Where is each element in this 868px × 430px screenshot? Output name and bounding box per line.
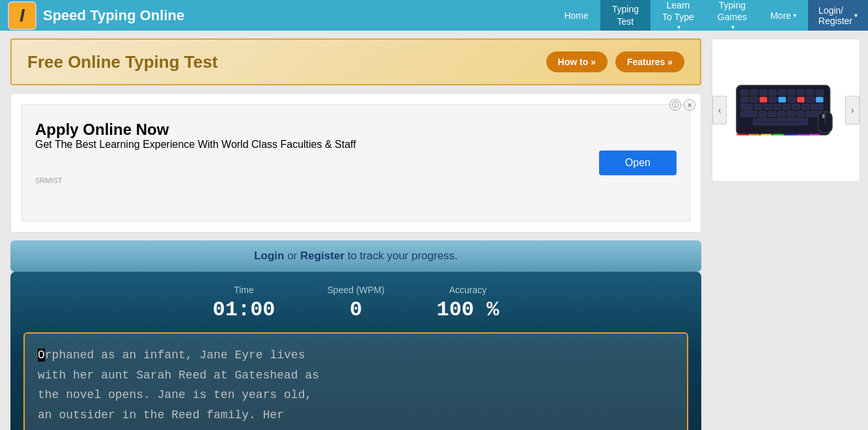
- svg-rect-26: [811, 104, 823, 109]
- svg-rect-29: [768, 111, 776, 117]
- banner-title: Free Online Typing Test: [27, 52, 217, 72]
- svg-rect-3: [759, 90, 767, 95]
- cursor-char: O: [38, 349, 45, 362]
- speed-label: Speed (WPM): [328, 285, 385, 295]
- svg-rect-22: [774, 104, 781, 109]
- typing-panel: Time 01:00 Speed (WPM) 0 Accuracy 100 % …: [10, 272, 701, 430]
- page-body: Free Online Typing Test How to » Feature…: [0, 31, 868, 430]
- banner-buttons: How to » Features »: [546, 51, 684, 72]
- svg-rect-30: [777, 111, 785, 117]
- right-panel: ‹: [712, 31, 868, 430]
- svg-rect-34: [753, 119, 808, 125]
- nav-typing-test[interactable]: TypingTest: [600, 0, 651, 31]
- svg-rect-12: [759, 97, 767, 102]
- ad-controls: ⓘ ✕: [669, 99, 695, 111]
- ad-open-button[interactable]: Open: [599, 150, 677, 175]
- register-link[interactable]: Register: [300, 250, 344, 262]
- carousel-next-arrow[interactable]: ›: [845, 96, 860, 124]
- accuracy-value: 100 %: [436, 298, 499, 322]
- main-nav: Home TypingTest LearnTo Type ▾ TypingGam…: [552, 0, 868, 31]
- nav-more[interactable]: More ▾: [759, 0, 808, 31]
- nav-login-register[interactable]: Login/Register ▾: [808, 0, 868, 31]
- site-title: Speed Typing Online: [43, 7, 184, 24]
- time-label: Time: [213, 285, 275, 295]
- nav-typing-games[interactable]: TypingGames ▾: [706, 0, 759, 31]
- ad-info-icon[interactable]: ⓘ: [669, 99, 681, 111]
- ad-headline: Apply Online Now: [35, 121, 356, 139]
- time-stat: Time 01:00: [213, 285, 275, 322]
- svg-rect-35: [736, 134, 748, 136]
- svg-rect-21: [764, 104, 772, 109]
- keyboard-svg: [731, 74, 841, 146]
- nav-learn-to-type[interactable]: LearnTo Type ▾: [651, 0, 706, 31]
- svg-rect-1: [741, 90, 749, 95]
- svg-rect-23: [783, 104, 791, 109]
- login-link[interactable]: Login: [254, 250, 284, 262]
- features-button[interactable]: Features »: [615, 51, 684, 72]
- svg-rect-20: [755, 104, 763, 109]
- login-or-text: or: [284, 250, 300, 262]
- svg-rect-38: [773, 134, 784, 136]
- accuracy-stat: Accuracy 100 %: [436, 285, 499, 322]
- svg-rect-37: [761, 134, 772, 136]
- svg-rect-18: [816, 97, 824, 102]
- ad-sponsor: SRMIST: [35, 177, 356, 184]
- svg-rect-6: [788, 90, 796, 95]
- login-progress-banner: Login or Register to track your progress…: [10, 240, 701, 272]
- carousel-prev-arrow[interactable]: ‹: [712, 96, 727, 124]
- accuracy-label: Accuracy: [436, 285, 499, 295]
- header: I Speed Typing Online Home TypingTest Le…: [0, 0, 868, 31]
- svg-rect-16: [797, 97, 805, 102]
- svg-rect-39: [785, 134, 796, 136]
- right-ad-carousel: ‹: [712, 38, 860, 182]
- speed-stat: Speed (WPM) 0: [328, 285, 385, 322]
- ad-body: Get The Best Learning Experience With Wo…: [35, 139, 356, 150]
- svg-rect-44: [822, 114, 824, 119]
- login-arrow: ▾: [854, 12, 858, 19]
- how-to-button[interactable]: How to »: [546, 51, 608, 72]
- svg-rect-32: [796, 111, 804, 117]
- svg-rect-15: [788, 97, 796, 102]
- svg-rect-2: [750, 90, 758, 95]
- svg-rect-14: [778, 97, 786, 102]
- typing-text-box[interactable]: Orphaned as an infant, Jane Eyre liveswi…: [23, 332, 688, 430]
- svg-rect-28: [759, 111, 767, 117]
- svg-rect-36: [748, 134, 759, 136]
- svg-rect-9: [816, 90, 824, 95]
- typing-text: rphaned as an infant, Jane Eyre liveswit…: [38, 349, 319, 422]
- svg-rect-13: [769, 97, 777, 102]
- svg-rect-31: [787, 111, 795, 117]
- typing-test-banner: Free Online Typing Test How to » Feature…: [10, 38, 701, 85]
- speed-value: 0: [328, 298, 385, 322]
- svg-rect-4: [769, 90, 777, 95]
- keyboard-image: [727, 71, 845, 149]
- track-text: to track your progress.: [344, 250, 458, 262]
- stats-row: Time 01:00 Speed (WPM) 0 Accuracy 100 %: [23, 285, 688, 322]
- ad-close-icon[interactable]: ✕: [684, 99, 695, 111]
- time-value: 01:00: [213, 298, 275, 322]
- ad-inner: Apply Online Now Get The Best Learning E…: [21, 104, 690, 222]
- logo-icon: I: [8, 1, 36, 30]
- svg-rect-25: [802, 104, 809, 109]
- svg-rect-7: [797, 90, 805, 95]
- logo-area: I Speed Typing Online: [0, 1, 241, 30]
- left-panel: Free Online Typing Test How to » Feature…: [0, 31, 712, 430]
- svg-rect-40: [797, 134, 808, 136]
- ad-text-block: Apply Online Now Get The Best Learning E…: [35, 121, 356, 184]
- more-arrow: ▾: [793, 12, 796, 19]
- svg-rect-11: [750, 97, 758, 102]
- svg-rect-10: [741, 97, 749, 102]
- svg-rect-17: [806, 97, 814, 102]
- svg-rect-24: [792, 104, 800, 109]
- svg-rect-41: [809, 134, 820, 136]
- nav-home[interactable]: Home: [552, 0, 600, 31]
- svg-rect-8: [806, 90, 814, 95]
- svg-rect-27: [741, 111, 757, 117]
- svg-rect-5: [778, 90, 786, 95]
- svg-rect-19: [741, 104, 753, 109]
- ad-container: ⓘ ✕ Apply Online Now Get The Best Learni…: [10, 93, 701, 233]
